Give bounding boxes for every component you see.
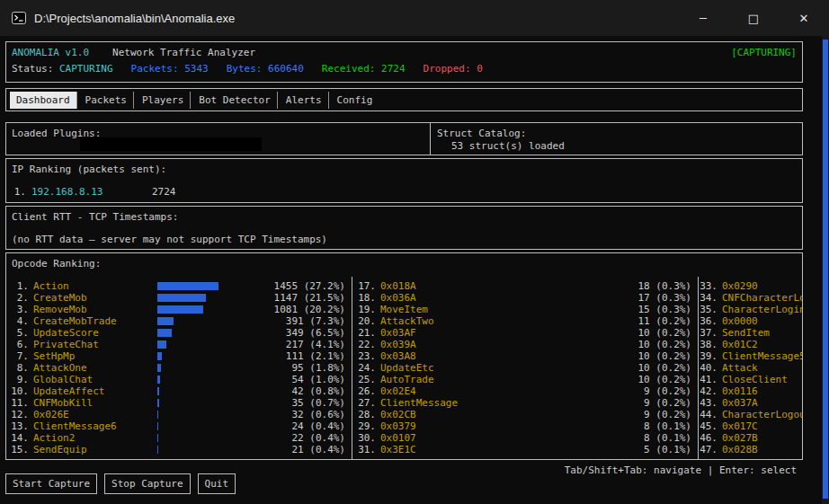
opcode-row: 11.CNFMobKill35 (0.7%) — [11, 397, 350, 409]
window-controls: ─ □ ✕ — [678, 0, 829, 36]
opcode-rank: 7. — [11, 350, 29, 362]
opcode-row: 18.0x036A17 (0.3%) — [358, 292, 696, 304]
tab-dashboard[interactable]: Dashboard — [10, 92, 77, 109]
scrollbar[interactable] — [822, 36, 829, 504]
tab-players[interactable]: Players — [136, 92, 191, 109]
tab-packets[interactable]: Packets — [79, 92, 134, 109]
console-window: D:\Projects\anomalia\bin\Anomalia.exe ─ … — [0, 0, 829, 504]
opcode-rank: 13. — [11, 420, 29, 432]
opcode-name: 0x039A — [380, 339, 416, 350]
opcode-count: 24 (0.4%) — [291, 420, 345, 432]
opcode-ranking-title: Opcode Ranking: — [12, 258, 101, 270]
opcode-name: SendEquip — [33, 444, 87, 455]
opcode-name: 0x037A — [722, 397, 758, 409]
opcode-name: 0x03A8 — [380, 350, 416, 362]
opcode-name: CharacterLogin — [722, 304, 802, 315]
opcode-name: ClientMessage6 — [33, 420, 117, 432]
dropped-value: 0 — [477, 63, 483, 75]
opcode-rank: 45. — [700, 420, 718, 432]
tab-bot-detector[interactable]: Bot Detector — [192, 92, 277, 109]
opcode-column-2: 17.0x018A18 (0.3%) 18.0x036A17 (0.3%) 19… — [358, 280, 696, 455]
console-icon — [12, 12, 26, 24]
column-divider — [352, 277, 352, 459]
ip-address: 192.168.8.13 — [31, 186, 103, 198]
opcode-row: 46.0x027B — [700, 432, 802, 444]
opcode-bar — [157, 352, 162, 360]
tab-alerts[interactable]: Alerts — [280, 92, 329, 109]
keyboard-hint: Tab/Shift+Tab: navigate | Enter: select — [565, 464, 797, 476]
opcode-name: 0x028B — [722, 444, 758, 455]
opcode-name: CharacterLogou — [722, 409, 802, 420]
tab-label: Config — [337, 94, 373, 106]
opcode-row: 8.AttackOne95 (1.8%) — [11, 362, 350, 374]
opcode-row: 9.GlobalChat54 (1.0%) — [11, 374, 350, 385]
opcode-row: 19.MoveItem15 (0.3%) — [358, 304, 696, 315]
tab-config[interactable]: Config — [331, 92, 379, 109]
opcode-row: 7.SetHpMp111 (2.1%) — [11, 350, 350, 362]
opcode-count: 8 (0.1%) — [644, 420, 691, 432]
opcode-rank: 21. — [358, 327, 376, 339]
bytes-value: 660640 — [268, 63, 304, 75]
window-title: D:\Projects\anomalia\bin\Anomalia.exe — [34, 12, 235, 25]
ip-ranking-title: IP Ranking (packets sent): — [12, 164, 166, 175]
bytes-label: Bytes: — [227, 63, 263, 75]
opcode-row: 30.0x01078 (0.1%) — [358, 432, 696, 444]
opcode-bar — [157, 340, 166, 349]
opcode-rank: 39. — [700, 350, 718, 362]
opcode-count: 11 (0.2%) — [637, 315, 691, 327]
received-value: 2724 — [381, 63, 406, 75]
stop-capture-button[interactable]: Stop Capture — [104, 473, 190, 494]
opcode-name: AttackOne — [33, 362, 87, 374]
opcode-name: MoveItem — [380, 304, 428, 315]
opcode-row: 6.PrivateChat217 (4.1%) — [11, 339, 350, 350]
opcode-name: CreateMob — [33, 292, 87, 304]
opcode-rank: 44. — [700, 409, 718, 420]
maximize-button[interactable]: □ — [728, 0, 779, 36]
opcode-count: 42 (0.8%) — [291, 385, 345, 397]
opcode-row: 3.RemoveMob1081 (20.2%) — [11, 304, 350, 315]
opcode-row: 20.AttackTwo11 (0.2%) — [358, 315, 696, 327]
opcode-name: 0x0107 — [380, 432, 416, 444]
opcode-rank: 30. — [358, 432, 376, 444]
opcode-column-3: 33.0x0290 34.CNFCharacterLo 35.Character… — [700, 280, 802, 455]
opcode-name: CNFMobKill — [33, 397, 93, 409]
opcode-rank: 28. — [358, 409, 376, 420]
minimize-button[interactable]: ─ — [678, 0, 728, 36]
opcode-rank: 34. — [700, 292, 718, 304]
received-label: Received: — [322, 63, 376, 75]
opcode-name: Action — [33, 280, 69, 292]
opcode-name: RemoveMob — [33, 304, 87, 315]
opcode-rank: 33. — [700, 280, 718, 292]
opcode-count: 9 (0.2%) — [644, 385, 691, 397]
opcode-row: 38.0x01C2 — [700, 339, 802, 350]
tab-label: Players — [142, 94, 183, 106]
opcode-rank: 26. — [358, 385, 376, 397]
opcode-row: 4.CreateMobTrade391 (7.3%) — [11, 315, 350, 327]
opcode-count: 8 (0.1%) — [644, 432, 691, 444]
tab-label: Bot Detector — [199, 94, 270, 106]
opcode-rank: 23. — [358, 350, 376, 362]
opcode-rank: 14. — [11, 432, 29, 444]
opcode-row: 12.0x026E32 (0.6%) — [11, 409, 350, 420]
ip-row: 1.192.168.8.132724 — [10, 186, 797, 198]
opcode-row: 33.0x0290 — [700, 280, 802, 292]
tab-label: Alerts — [286, 94, 322, 106]
tab-label: Dashboard — [16, 94, 70, 106]
opcode-row: 22.0x039A10 (0.2%) — [358, 339, 696, 350]
status-value: CAPTURING — [59, 63, 113, 75]
rtt-title: Client RTT - TCP Timestamps: — [12, 211, 178, 223]
opcode-name: 0x0290 — [722, 280, 758, 292]
scrollbar-thumb[interactable] — [823, 40, 828, 499]
opcode-name: 0x3E1C — [380, 444, 416, 455]
opcode-count: 349 (6.5%) — [286, 327, 345, 339]
close-button[interactable]: ✕ — [779, 0, 829, 36]
opcode-row: 24.UpdateEtc10 (0.2%) — [358, 362, 696, 374]
opcode-name: PrivateChat — [33, 339, 99, 350]
opcode-rank: 17. — [358, 280, 376, 292]
opcode-row: 42.0x0116 — [700, 385, 802, 397]
opcode-name: UpdateAffect — [33, 385, 104, 397]
quit-button[interactable]: Quit — [198, 473, 236, 494]
opcode-name: SendItem — [722, 327, 770, 339]
opcode-count: 391 (7.3%) — [286, 315, 345, 327]
start-capture-button[interactable]: Start Capture — [5, 473, 97, 494]
